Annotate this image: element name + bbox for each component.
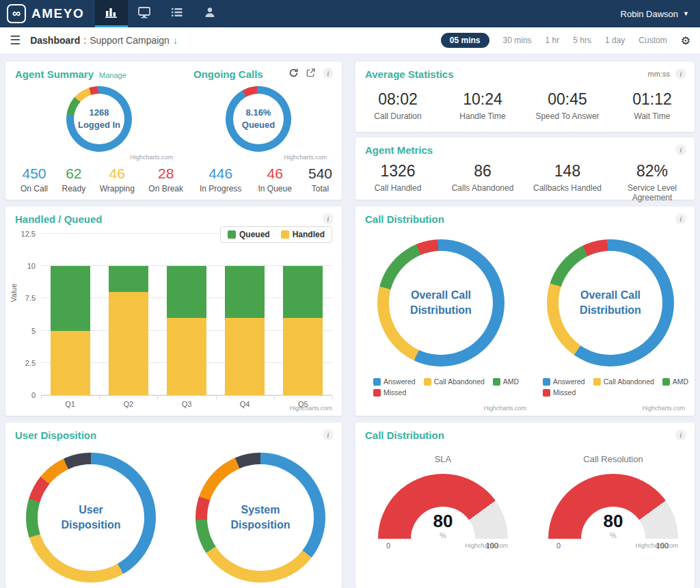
agent-metrics-title: Agent Metrics [365, 144, 433, 156]
donut-center-label: Overall Call Distribution [547, 239, 674, 366]
bar-chart-plot: 02.557.51012.5 [41, 234, 332, 395]
filter-1-day[interactable]: 1 day [605, 36, 625, 45]
bar-segment-queued [225, 266, 265, 318]
gauge-value: 80 % [378, 512, 508, 539]
legend-missed[interactable]: Missed [373, 388, 530, 397]
stat-wrapping: 46 Wrapping [100, 165, 135, 193]
donut-center-label: Overall Call Distribution [377, 239, 504, 366]
stat-in-progress: 446 In Progress [200, 165, 241, 193]
queued-donut-center: 8.16% Queued [226, 86, 291, 152]
system-disposition-donut: System Disposition [196, 453, 325, 583]
agent-summary-card: Agent Summary Manage Ongoing Calls i 126… [5, 62, 342, 200]
info-icon[interactable]: i [323, 213, 334, 224]
x-tick-label: Q3 [167, 396, 206, 410]
gauge-scale: 0 Highcharts.com 100 [548, 542, 678, 552]
info-icon[interactable]: i [675, 213, 686, 224]
infinity-logo-icon: ∞ [7, 4, 26, 23]
y-tick-label: 5 [31, 327, 36, 335]
x-axis-tick [216, 396, 217, 399]
legend-call-abandoned[interactable]: Call Abandoned [593, 377, 654, 386]
legend-handled[interactable]: Handled [281, 230, 325, 239]
stacked-bar-Q2 [109, 234, 148, 395]
info-icon[interactable]: i [323, 429, 334, 440]
kpi-handle-time: 10:24 Handle Time [440, 90, 525, 121]
kpi-speed-to-answer: 00:45 Speed To Answer [525, 90, 610, 121]
x-axis-tick [99, 396, 100, 399]
manage-link[interactable]: Manage [99, 71, 126, 79]
legend-queued[interactable]: Queued [228, 230, 270, 239]
info-icon[interactable]: i [675, 429, 686, 440]
filter-1-hr[interactable]: 1 hr [546, 36, 560, 45]
info-icon[interactable]: i [323, 68, 334, 79]
stat-on-break: 28 On Break [148, 165, 183, 193]
user-menu[interactable]: Robin Dawson ▼ [621, 9, 700, 19]
y-tick-label: 2.5 [25, 359, 36, 367]
donut-legend-2: Answered Call Abandoned AMD Missed [543, 377, 700, 397]
nav-tab-list[interactable] [161, 0, 193, 27]
filter-05-mins[interactable]: 05 mins [441, 33, 489, 48]
bar-segment-handled [283, 318, 323, 395]
logged-in-donut-center: 1268 Logged In [66, 86, 132, 152]
popout-icon[interactable] [306, 68, 316, 81]
handled-queued-title: Handled / Queued [15, 213, 103, 225]
ongoing-calls-stats: 446 In Progress 46 In Queue 540 Total [200, 165, 332, 193]
legend-amd[interactable]: AMD [662, 377, 688, 386]
y-tick-label: 7.5 [25, 294, 36, 302]
campaign-selector[interactable]: Support Campaign [90, 35, 170, 46]
gauge-scale: 0 Highcharts.com 100 [378, 542, 508, 552]
info-icon[interactable]: i [675, 68, 686, 79]
user-disposition-card: User Disposition i User Disposition Syst… [5, 423, 342, 588]
kpi-call-duration: 08:02 Call Duration [355, 90, 440, 121]
gauge-value: 80 % [548, 512, 678, 539]
nav-tab-users[interactable] [193, 0, 226, 27]
gear-icon[interactable]: ⚙ [681, 34, 690, 47]
legend-answered[interactable]: Answered [373, 377, 416, 386]
unit-note: mm:ss [648, 70, 670, 78]
highcharts-credit: Highcharts.com [438, 405, 526, 412]
legend-amd[interactable]: AMD [493, 377, 519, 386]
dashboard-page: ∞ AMEYO [0, 0, 700, 588]
overall-call-distribution-donut-2: Overall Call Distribution [547, 239, 674, 366]
highcharts-credit: Highcharts.com [289, 405, 332, 412]
filter-30-mins[interactable]: 30 mins [503, 36, 532, 45]
legend-missed[interactable]: Missed [543, 388, 700, 397]
x-axis-tick [274, 396, 275, 399]
queued-donut-chart: 8.16% Queued [226, 86, 291, 152]
hamburger-menu-icon[interactable]: ☰ [10, 34, 21, 46]
legend-answered[interactable]: Answered [543, 377, 585, 386]
user-disposition-donut: User Disposition [26, 453, 156, 583]
x-axis-tick [41, 396, 42, 399]
y-tick-label: 0 [31, 391, 36, 399]
monitor-icon [137, 6, 151, 21]
call-distribution-gauges-title: Call Distribution [365, 429, 444, 441]
refresh-icon[interactable] [288, 68, 299, 81]
y-tick-label: 12.5 [21, 230, 36, 238]
nav-tab-monitor[interactable] [128, 0, 161, 27]
kpi-service-level-agreement: 82% Service Level Agreement [610, 162, 695, 202]
bar-segment-queued [283, 266, 323, 318]
top-navbar: ∞ AMEYO [0, 0, 700, 27]
call-distribution-title: Call Distribution [365, 213, 444, 225]
y-tick-label: 10 [27, 262, 36, 270]
donut-center-label: System Disposition [196, 453, 325, 583]
info-icon[interactable]: i [675, 144, 686, 155]
stacked-bar-Q1 [51, 234, 90, 395]
agent-summary-title: Agent Summary [15, 68, 94, 80]
bar-chart-icon [105, 6, 118, 21]
x-axis-tick [332, 396, 333, 399]
filter-custom[interactable]: Custom [638, 36, 667, 45]
highcharts-credit: Highcharts.com [77, 154, 173, 161]
nav-tab-dashboard[interactable] [95, 0, 128, 27]
bar-segment-queued [109, 266, 148, 292]
filter-5-hrs[interactable]: 5 hrs [573, 36, 591, 45]
campaign-dropdown-arrow-icon[interactable]: ↓ [173, 35, 178, 46]
stat-on-call: 450 On Call [21, 165, 48, 193]
ameyo-logo: ∞ AMEYO [0, 4, 95, 23]
call-resolution-gauge: Call Resolution 80 % 0 Highcharts.com 10… [548, 454, 678, 552]
person-icon [204, 6, 216, 21]
legend-call-abandoned[interactable]: Call Abandoned [424, 377, 485, 386]
average-statistics-row: 08:02 Call Duration 10:24 Handle Time 00… [355, 90, 695, 121]
call-distribution-card: Call Distribution i Overall Call Distrib… [355, 206, 695, 416]
overall-call-distribution-donut-1: Overall Call Distribution [377, 239, 504, 366]
title-separator: : [83, 35, 86, 46]
